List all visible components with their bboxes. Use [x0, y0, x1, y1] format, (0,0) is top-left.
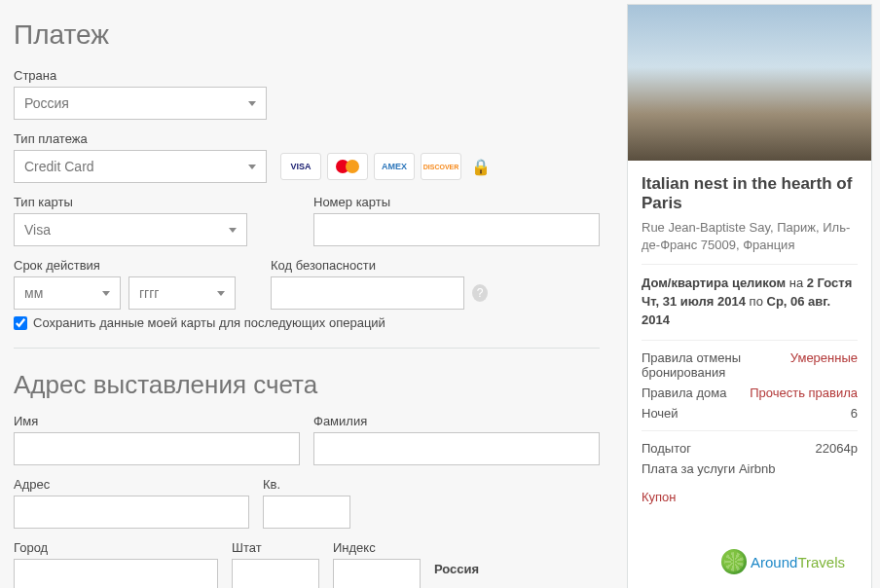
- first-name-input[interactable]: [14, 432, 300, 465]
- listing-title: Italian nest in the hearth of Paris: [642, 174, 858, 213]
- chevron-down-icon: [217, 291, 225, 296]
- nights-label: Ночей: [642, 406, 851, 421]
- card-type-label: Тип карты: [14, 195, 300, 209]
- fee-label: Плата за услуги Airbnb: [642, 461, 858, 476]
- visa-icon: VISA: [280, 153, 321, 180]
- exp-month-ph: мм: [24, 285, 43, 301]
- save-card-checkbox[interactable]: [14, 316, 27, 330]
- city-input[interactable]: [14, 559, 218, 588]
- date-summary: Чт, 31 июля 2014 по Ср, 06 авг. 2014: [642, 293, 858, 330]
- country-label: Страна: [14, 68, 600, 83]
- billing-title: Адрес выставления счета: [14, 370, 600, 400]
- cancel-link[interactable]: Умеренные: [790, 350, 858, 380]
- cvv-label: Код безопасности: [271, 258, 488, 273]
- apt-label: Кв.: [263, 477, 350, 492]
- rules-label: Правила дома: [642, 386, 750, 400]
- exp-year-select[interactable]: гггг: [128, 276, 236, 310]
- amex-icon: AMEX: [374, 153, 415, 180]
- listing-address: Rue Jean-Baptiste Say, Париж, Иль-де-Фра…: [642, 219, 858, 254]
- city-label: Город: [14, 540, 218, 555]
- payment-type-label: Тип платежа: [14, 131, 267, 146]
- card-type-value: Visa: [24, 222, 51, 238]
- zip-input[interactable]: [333, 559, 421, 588]
- payment-title: Платеж: [14, 19, 600, 51]
- chevron-down-icon: [102, 291, 110, 296]
- subtotal-label: Подытог: [642, 441, 816, 456]
- room-summary: Дом/квартира целиком на 2 Гостя: [642, 275, 858, 293]
- listing-image: [628, 5, 871, 161]
- rules-link[interactable]: Прочесть правила: [750, 386, 858, 400]
- save-card-label: Сохранить данные моей карты для последую…: [33, 315, 385, 330]
- help-icon[interactable]: ?: [472, 284, 488, 302]
- chevron-down-icon: [248, 165, 256, 169]
- discover-icon: DISCOVER: [421, 153, 461, 180]
- card-number-label: Номер карты: [313, 195, 600, 209]
- watermark: AroundTravels: [721, 549, 845, 574]
- mastercard-icon: [327, 153, 368, 180]
- exp-label: Срок действия: [14, 258, 236, 273]
- card-number-input[interactable]: [313, 213, 600, 246]
- payment-type-value: Credit Card: [24, 159, 94, 174]
- card-type-select[interactable]: Visa: [14, 213, 247, 246]
- addr-input[interactable]: [14, 496, 249, 529]
- chevron-down-icon: [229, 228, 237, 233]
- nights-value: 6: [851, 406, 858, 421]
- exp-year-ph: гггг: [139, 285, 159, 301]
- billing-country-static: Россия: [434, 540, 479, 588]
- apt-input[interactable]: [263, 496, 350, 529]
- divider: [14, 348, 600, 349]
- subtotal-value: 22064p: [816, 441, 858, 456]
- payment-type-select[interactable]: Credit Card: [14, 150, 267, 183]
- addr-label: Адрес: [14, 477, 249, 492]
- lock-icon: 🔒: [471, 158, 491, 176]
- cvv-input[interactable]: [271, 276, 464, 310]
- last-name-label: Фамилия: [313, 414, 600, 428]
- last-name-input[interactable]: [313, 432, 600, 465]
- chevron-down-icon: [248, 101, 256, 106]
- exp-month-select[interactable]: мм: [14, 276, 121, 310]
- zip-label: Индекс: [333, 540, 421, 555]
- summary-panel: Italian nest in the hearth of Paris Rue …: [627, 4, 872, 588]
- country-value: Россия: [24, 95, 69, 111]
- globe-icon: [721, 549, 747, 574]
- state-label: Штат: [232, 540, 319, 555]
- coupon-link[interactable]: Купон: [642, 490, 677, 504]
- state-input[interactable]: [232, 559, 319, 588]
- first-name-label: Имя: [14, 414, 300, 428]
- cancel-label: Правила отмены бронирования: [642, 350, 790, 380]
- country-select[interactable]: Россия: [14, 87, 267, 120]
